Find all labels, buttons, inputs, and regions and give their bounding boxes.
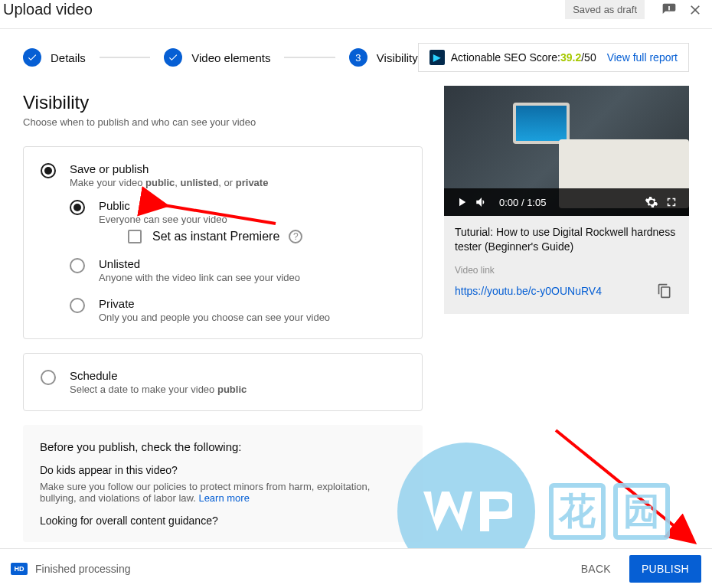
copy-icon[interactable] [651, 277, 678, 305]
close-icon[interactable] [686, 1, 704, 19]
step-visibility[interactable]: 3 Visibility [349, 48, 418, 67]
check-icon [164, 48, 182, 67]
radio-schedule[interactable] [41, 370, 56, 385]
publish-button[interactable]: PUBLISH [629, 555, 701, 583]
option-title: Schedule [70, 369, 247, 382]
before-publish-box: Before you publish, check the following:… [23, 425, 423, 542]
visibility-sub-options: Public Everyone can see your video Set a… [70, 199, 405, 323]
radio-private[interactable] [70, 298, 85, 313]
stepper: Details Video elements 3 Visibility ▶ Ac… [0, 29, 712, 86]
watermark-char-2: 园 [613, 483, 670, 540]
option-desc: Make your video public, unlisted, or pri… [70, 177, 268, 188]
seo-score-max: /50 [581, 51, 596, 64]
help-icon[interactable]: ? [289, 230, 302, 243]
watermark-char-1: 花 [549, 483, 606, 540]
step-divider [284, 57, 335, 58]
option-unlisted[interactable]: Unlisted Anyone with the video link can … [70, 257, 405, 283]
guidance-question: Looking for overall content guidance? [40, 514, 406, 527]
dialog-title: Upload video [3, 1, 565, 18]
option-title: Public [99, 199, 302, 212]
option-title: Unlisted [99, 257, 300, 270]
hd-badge: HD [11, 563, 28, 575]
before-heading: Before you publish, check the following: [40, 440, 406, 453]
left-column: Visibility Choose when to publish and wh… [23, 86, 444, 542]
step-label: Details [51, 51, 86, 64]
settings-icon[interactable] [642, 195, 661, 209]
video-title: Tuturial: How to use Digital Rockwell ha… [455, 225, 678, 254]
option-desc: Everyone can see your video [99, 214, 302, 225]
video-preview-card: 0:00 / 1:05 Tuturial: How to use Digital… [444, 86, 689, 314]
save-publish-card: Save or publish Make your video public, … [23, 146, 423, 339]
seo-score-box: ▶ Actionable SEO Score: 39.2 /50 View fu… [418, 43, 689, 72]
step-label: Visibility [377, 51, 418, 64]
radio-public[interactable] [70, 200, 85, 215]
option-desc: Anyone with the video link can see your … [99, 272, 300, 283]
step-video-elements[interactable]: Video elements [164, 48, 270, 67]
option-title: Save or publish [70, 162, 268, 175]
option-title: Private [99, 297, 330, 310]
fullscreen-icon[interactable] [661, 195, 681, 209]
option-desc: Only you and people you choose can see y… [99, 312, 330, 323]
page-heading: Visibility [23, 92, 423, 113]
processing-status: Finished processing [35, 563, 569, 575]
schedule-card: Schedule Select a date to make your vide… [23, 353, 423, 411]
seo-full-report-link[interactable]: View full report [607, 51, 678, 64]
kids-question: Do kids appear in this video? [40, 464, 406, 476]
step-number: 3 [349, 48, 367, 67]
seo-plugin-icon: ▶ [429, 50, 445, 65]
player-controls: 0:00 / 1:05 [444, 188, 689, 216]
option-public[interactable]: Public Everyone can see your video Set a… [70, 199, 405, 243]
player-time: 0:00 / 1:05 [499, 197, 546, 208]
radio-save-publish[interactable] [41, 163, 56, 178]
kids-desc: Make sure you follow our policies to pro… [40, 481, 406, 504]
premiere-row[interactable]: Set as instant Premiere ? [128, 230, 302, 243]
back-button[interactable]: BACK [569, 555, 623, 583]
step-label: Video elements [191, 51, 270, 64]
volume-icon[interactable] [472, 195, 492, 209]
dialog-footer: HD Finished processing BACK PUBLISH [0, 548, 712, 588]
dialog-header: Upload video Saved as draft [0, 0, 712, 29]
seo-score-value: 39.2 [560, 51, 581, 64]
draft-status-badge: Saved as draft [565, 0, 645, 19]
preview-meta: Tuturial: How to use Digital Rockwell ha… [444, 216, 689, 314]
video-player[interactable]: 0:00 / 1:05 [444, 86, 689, 216]
play-icon[interactable] [452, 195, 472, 209]
video-link[interactable]: https://youtu.be/c-y0OUNuRV4 [455, 285, 651, 297]
option-save-or-publish[interactable]: Save or publish Make your video public, … [41, 162, 405, 188]
option-desc: Select a date to make your video public [70, 384, 247, 395]
page-subtitle: Choose when to publish and who can see y… [23, 116, 423, 128]
radio-unlisted[interactable] [70, 258, 85, 273]
checkbox-instant-premiere[interactable] [128, 230, 142, 243]
feedback-icon[interactable] [660, 1, 678, 19]
learn-more-link[interactable]: Learn more [198, 492, 249, 504]
video-link-label: Video link [455, 265, 678, 276]
step-divider [100, 57, 150, 58]
step-details[interactable]: Details [23, 48, 86, 67]
premiere-label: Set as instant Premiere [152, 230, 279, 243]
option-private[interactable]: Private Only you and people you choose c… [70, 297, 405, 323]
check-icon [23, 48, 41, 67]
seo-text: Actionable SEO Score: [451, 51, 560, 64]
option-schedule[interactable]: Schedule Select a date to make your vide… [41, 369, 405, 395]
